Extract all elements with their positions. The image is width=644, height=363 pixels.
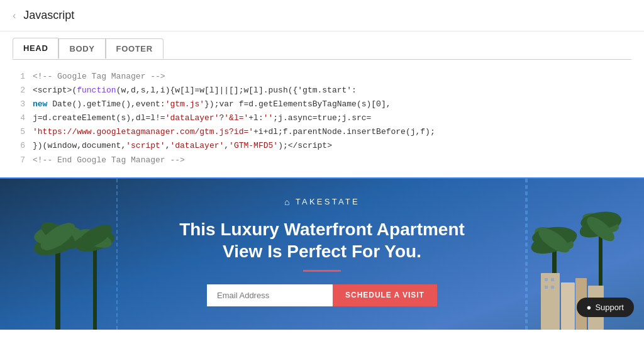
svg-rect-27 [551,286,554,289]
svg-rect-25 [551,278,554,281]
page-title: Javascript [23,9,74,22]
code-content-6: })(window,document,'script','dataLayer',… [33,139,631,153]
code-content-2: <script>(function(w,d,s,l,i){w[l]=w[l]||… [33,84,631,98]
line-num-5: 5 [13,125,25,139]
svg-rect-21 [561,282,575,330]
code-content-5: 'https://www.googletagmanager.com/gtm.js… [33,125,631,139]
line-num-6: 6 [13,139,25,153]
support-chat-icon: ● [587,303,592,312]
line-num-7: 7 [13,154,25,167]
preview-headline: This Luxury Waterfront Apartment View Is… [158,218,486,262]
support-label: Support [595,303,624,312]
preview-form: SCHEDULE A VISIT [207,284,437,306]
code-line-3: 3 new Date().getTime(),event:'gtm.js'});… [0,98,644,111]
tabs-bar: HEAD BODY FOOTER [0,31,644,59]
preview-underline [303,270,341,272]
line-num-1: 1 [13,70,25,84]
line-num-2: 2 [13,84,25,98]
tab-head[interactable]: HEAD [13,38,58,59]
preview-logo: ⌂ TAKESTATE [284,197,360,207]
code-editor[interactable]: 1 <!-- Google Tag Manager --> 2 <script>… [0,60,644,179]
line-num-3: 3 [13,98,25,111]
house-icon: ⌂ [284,197,292,207]
svg-rect-20 [541,273,560,330]
code-line-4: 4 j=d.createElement(s),dl=l!='dataLayer'… [0,111,644,125]
code-line-7: 7 <!-- End Google Tag Manager --> [0,154,644,167]
top-bar: ‹ Javascript [0,0,644,31]
email-input[interactable] [207,284,333,306]
svg-rect-6 [93,242,97,330]
preview-section: ⌂ TAKESTATE This Luxury Waterfront Apart… [0,179,644,330]
svg-rect-26 [545,286,548,289]
svg-rect-0 [55,242,60,330]
support-button[interactable]: ● Support [577,298,634,317]
code-content-1: <!-- Google Tag Manager --> [33,70,631,84]
tab-footer[interactable]: FOOTER [106,38,164,59]
code-content-7: <!-- End Google Tag Manager --> [33,154,631,167]
code-line-2: 2 <script>(function(w,d,s,l,i){w[l]=w[l]… [0,84,644,98]
schedule-visit-button[interactable]: SCHEDULE A VISIT [333,284,437,306]
code-line-5: 5 'https://www.googletagmanager.com/gtm.… [0,125,644,139]
back-icon[interactable]: ‹ [13,10,16,21]
code-content-3: new Date().getTime(),event:'gtm.js'});va… [33,98,631,111]
line-num-4: 4 [13,111,25,125]
code-line-1: 1 <!-- Google Tag Manager --> [0,70,644,84]
svg-rect-24 [545,278,548,281]
tab-body[interactable]: BODY [58,38,105,59]
code-line-6: 6 })(window,document,'script','dataLayer… [0,139,644,153]
code-content-4: j=d.createElement(s),dl=l!='dataLayer'?'… [33,111,631,125]
logo-text: TAKESTATE [296,197,360,206]
